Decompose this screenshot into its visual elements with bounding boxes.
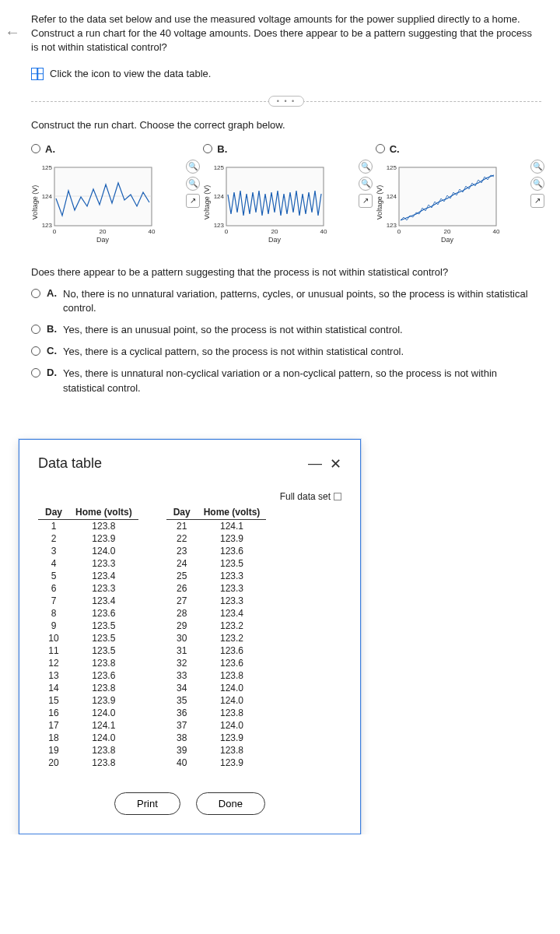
table-row: 20123.8 bbox=[38, 757, 138, 769]
table-row: 9123.5 bbox=[38, 620, 138, 632]
table-row: 17124.1 bbox=[38, 719, 138, 732]
ans-text-c: Yes, there is a cyclical pattern, so the… bbox=[63, 345, 404, 359]
close-icon[interactable]: ✕ bbox=[330, 455, 341, 472]
popout-icon[interactable]: ↗ bbox=[186, 194, 200, 208]
zoom-out-icon[interactable]: 🔍 bbox=[530, 177, 544, 191]
table-row: 22123.9 bbox=[166, 532, 267, 545]
svg-text:0: 0 bbox=[225, 228, 229, 235]
table-row: 34124.0 bbox=[166, 682, 267, 694]
question-2: Does there appear to be a pattern sugges… bbox=[31, 266, 541, 278]
ans-label-b: B. bbox=[47, 323, 57, 335]
view-data-link[interactable]: Click the icon to view the data table. bbox=[31, 68, 541, 80]
table-row: 6123.3 bbox=[38, 582, 138, 595]
table-row: 7123.4 bbox=[38, 595, 138, 607]
svg-text:20: 20 bbox=[100, 228, 107, 235]
question-prompt: Refer to the data set below and use the … bbox=[31, 12, 541, 55]
zoom-in-icon[interactable]: 🔍 bbox=[359, 160, 373, 174]
expand-button[interactable]: • • • bbox=[268, 96, 304, 107]
table-row: 32123.6 bbox=[166, 657, 267, 669]
full-data-text: Full data set bbox=[280, 491, 331, 502]
answer-a[interactable]: A. No, there is no unnatural variation, … bbox=[31, 287, 541, 315]
answer-c[interactable]: C. Yes, there is a cyclical pattern, so … bbox=[31, 345, 541, 359]
table-row: 11123.5 bbox=[38, 644, 138, 657]
svg-text:20: 20 bbox=[271, 228, 278, 235]
ans-text-b: Yes, there is an unusual point, so the p… bbox=[63, 323, 403, 337]
radio-chart-c[interactable] bbox=[376, 144, 385, 153]
data-table-left: Day Home (volts) 1123.82123.93124.04123.… bbox=[38, 505, 138, 769]
data-table-right: Day Home (volts) 21124.122123.923123.624… bbox=[166, 505, 267, 769]
table-row: 30123.2 bbox=[166, 632, 267, 644]
table-row: 23123.6 bbox=[166, 545, 267, 557]
answer-d[interactable]: D. Yes, there is unnatural non-cyclical … bbox=[31, 367, 541, 395]
table-row: 8123.6 bbox=[38, 607, 138, 620]
answer-b[interactable]: B. Yes, there is an unusual point, so th… bbox=[31, 323, 541, 337]
ans-label-c: C. bbox=[47, 345, 57, 356]
svg-text:0: 0 bbox=[53, 228, 57, 235]
table-row: 12123.8 bbox=[38, 657, 138, 669]
svg-rect-1 bbox=[54, 167, 152, 226]
view-data-text: Click the icon to view the data table. bbox=[50, 68, 211, 79]
table-row: 31123.6 bbox=[166, 644, 267, 657]
table-row: 36123.8 bbox=[166, 707, 267, 719]
table-row: 3124.0 bbox=[38, 545, 138, 557]
radio-ans-b[interactable] bbox=[31, 325, 40, 334]
svg-text:20: 20 bbox=[443, 228, 450, 235]
chart-b: Voltage (V) 125 124 123 0 20 40 Day bbox=[203, 160, 335, 245]
table-row: 21124.1 bbox=[166, 519, 267, 532]
data-table-modal: Data table — ✕ Full data set Day Home (v… bbox=[19, 439, 361, 834]
zoom-in-icon[interactable]: 🔍 bbox=[186, 160, 200, 174]
svg-text:40: 40 bbox=[149, 228, 156, 235]
svg-text:0: 0 bbox=[397, 228, 401, 235]
copy-icon bbox=[334, 493, 341, 500]
svg-text:123: 123 bbox=[42, 222, 53, 229]
svg-text:124: 124 bbox=[42, 193, 53, 200]
ans-text-d: Yes, there is unnatural non-cyclical var… bbox=[63, 367, 541, 395]
print-button[interactable]: Print bbox=[114, 792, 180, 815]
table-row: 35124.0 bbox=[166, 694, 267, 707]
radio-ans-c[interactable] bbox=[31, 346, 40, 356]
ans-label-a: A. bbox=[47, 287, 57, 299]
popout-icon[interactable]: ↗ bbox=[359, 194, 373, 208]
table-row: 27123.3 bbox=[166, 595, 267, 607]
table-row: 15123.9 bbox=[38, 694, 138, 707]
full-data-link[interactable]: Full data set bbox=[38, 491, 341, 502]
zoom-in-icon[interactable]: 🔍 bbox=[530, 160, 544, 174]
col-home: Home (volts) bbox=[69, 505, 138, 520]
radio-ans-a[interactable] bbox=[31, 289, 40, 298]
table-row: 10123.5 bbox=[38, 632, 138, 644]
col-day: Day bbox=[38, 505, 69, 520]
table-row: 40123.9 bbox=[166, 757, 267, 769]
done-button[interactable]: Done bbox=[196, 792, 265, 815]
svg-text:123: 123 bbox=[386, 222, 397, 229]
zoom-out-icon[interactable]: 🔍 bbox=[359, 177, 373, 191]
chart-option-b: B. 🔍 🔍 ↗ Voltage (V) 125 124 123 0 20 40 bbox=[203, 143, 369, 248]
chart-option-c: C. 🔍 🔍 ↗ Voltage (V) 125 124 123 0 20 40 bbox=[376, 143, 541, 248]
table-row: 39123.8 bbox=[166, 744, 267, 757]
table-row: 29123.2 bbox=[166, 620, 267, 632]
svg-text:124: 124 bbox=[386, 193, 397, 200]
table-row: 14123.8 bbox=[38, 682, 138, 694]
svg-text:Day: Day bbox=[441, 236, 454, 244]
table-row: 4123.3 bbox=[38, 557, 138, 570]
zoom-out-icon[interactable]: 🔍 bbox=[186, 177, 200, 191]
table-row: 16124.0 bbox=[38, 707, 138, 719]
col-home: Home (volts) bbox=[198, 505, 267, 520]
table-row: 19123.8 bbox=[38, 744, 138, 757]
radio-chart-b[interactable] bbox=[203, 144, 212, 153]
minimize-icon[interactable]: — bbox=[308, 455, 322, 472]
radio-chart-a[interactable] bbox=[31, 144, 40, 153]
back-arrow-icon[interactable]: ← bbox=[5, 23, 20, 41]
col-day: Day bbox=[166, 505, 198, 520]
chart-label-b: B. bbox=[217, 143, 227, 155]
chart-instruction: Construct the run chart. Choose the corr… bbox=[31, 119, 541, 131]
table-row: 38123.9 bbox=[166, 732, 267, 744]
svg-text:125: 125 bbox=[386, 164, 397, 171]
table-row: 28123.4 bbox=[166, 607, 267, 620]
popout-icon[interactable]: ↗ bbox=[530, 194, 544, 208]
svg-text:40: 40 bbox=[320, 228, 327, 235]
table-row: 1123.8 bbox=[38, 519, 138, 532]
chart-label-a: A. bbox=[45, 143, 55, 155]
radio-ans-d[interactable] bbox=[31, 368, 40, 377]
svg-text:Voltage (V): Voltage (V) bbox=[203, 184, 211, 219]
modal-title: Data table bbox=[38, 455, 102, 472]
